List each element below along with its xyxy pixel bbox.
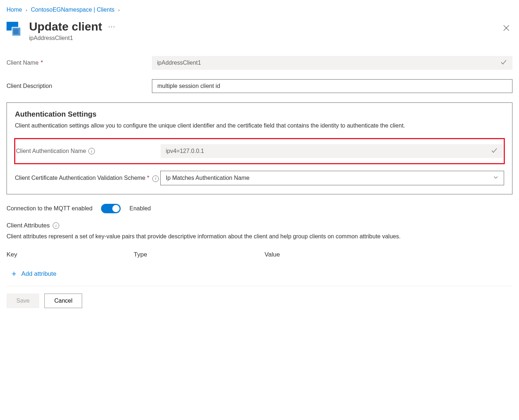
authentication-settings-panel: Authentication Settings Client authentic… xyxy=(7,102,512,194)
validation-scheme-label: Client Certificate Authentication Valida… xyxy=(15,174,160,182)
page-title: Update client xyxy=(29,20,102,33)
chevron-right-icon: › xyxy=(118,7,120,13)
attributes-header-type: Type xyxy=(134,251,265,258)
client-description-row: Client Description xyxy=(7,79,512,93)
mqtt-toggle-state: Enabled xyxy=(129,205,151,212)
client-description-label: Client Description xyxy=(7,83,152,89)
attributes-header-key: Key xyxy=(7,251,134,258)
client-auth-name-highlight: Client Authentication Name i xyxy=(14,138,505,164)
more-actions-button[interactable]: ⋯ xyxy=(108,22,116,31)
add-attribute-button[interactable]: + Add attribute xyxy=(7,268,512,279)
save-button: Save xyxy=(7,294,39,308)
mqtt-toggle[interactable] xyxy=(101,204,121,213)
attributes-header-value: Value xyxy=(265,251,512,258)
info-icon[interactable]: i xyxy=(152,175,159,182)
attributes-table-header: Key Type Value xyxy=(7,251,512,258)
auth-settings-title: Authentication Settings xyxy=(15,110,504,118)
page-header: Update client ⋯ ipAddressClient1 xyxy=(7,20,512,41)
check-icon xyxy=(500,59,507,67)
footer-action-bar: Save Cancel xyxy=(7,286,512,308)
close-button[interactable] xyxy=(500,22,512,35)
client-auth-name-label: Client Authentication Name i xyxy=(15,148,161,154)
chevron-down-icon xyxy=(493,174,499,182)
client-attributes-description: Client attributes represent a set of key… xyxy=(7,232,512,241)
validation-scheme-select[interactable]: Ip Matches Authentication Name xyxy=(160,171,504,185)
client-description-input[interactable] xyxy=(152,79,512,93)
mqtt-connection-row: Connection to the MQTT enabled Enabled xyxy=(7,204,512,213)
info-icon[interactable]: i xyxy=(88,148,95,154)
plus-icon: + xyxy=(12,270,16,278)
close-icon xyxy=(502,24,510,32)
mqtt-connection-label: Connection to the MQTT enabled xyxy=(7,205,92,212)
client-attributes-label: Client Attributes i xyxy=(7,222,512,229)
cancel-button[interactable]: Cancel xyxy=(44,294,82,308)
client-name-row: Client Name* xyxy=(7,56,512,70)
client-resource-icon xyxy=(7,22,23,36)
breadcrumb-home[interactable]: Home xyxy=(7,7,22,13)
client-name-field xyxy=(152,56,512,70)
breadcrumb-namespace-clients[interactable]: ContosoEGNamespace | Clients xyxy=(31,7,114,13)
client-name-label: Client Name* xyxy=(7,60,152,66)
chevron-right-icon: › xyxy=(26,7,27,13)
page-subtitle: ipAddressClient1 xyxy=(29,35,494,41)
validation-scheme-row: Client Certificate Authentication Valida… xyxy=(15,171,504,185)
client-auth-name-field xyxy=(161,144,503,158)
check-icon xyxy=(491,147,498,155)
breadcrumb: Home › ContosoEGNamespace | Clients › xyxy=(7,7,512,13)
auth-settings-description: Client authentication settings allow you… xyxy=(15,121,504,130)
info-icon[interactable]: i xyxy=(53,222,59,229)
